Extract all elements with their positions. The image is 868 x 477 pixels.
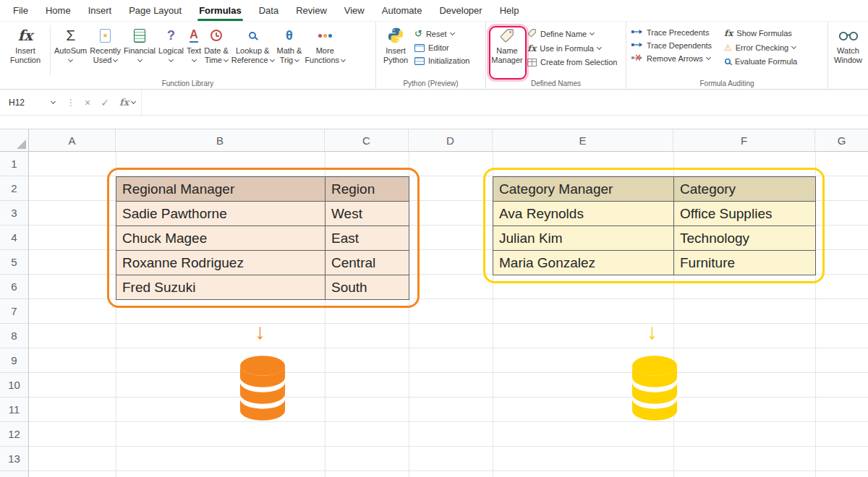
row-header-9[interactable]: 9 (0, 348, 28, 373)
menu-bar: File Home Insert Page Layout Formulas Da… (0, 0, 868, 22)
row-header-13[interactable]: 13 (0, 447, 28, 471)
cell-c6[interactable]: South (326, 275, 409, 300)
menu-review[interactable]: Review (287, 0, 336, 21)
trace-dependents-button[interactable]: Trace Dependents (629, 40, 722, 51)
editor-button[interactable]: Editor (412, 43, 472, 53)
menu-formulas[interactable]: Formulas (190, 0, 250, 21)
logical-button[interactable]: ? Logical (157, 24, 185, 67)
cell-f4[interactable]: Technology (674, 226, 816, 251)
column-header-f[interactable]: F (673, 129, 815, 151)
cell-e5[interactable]: Maria Gonzalez (493, 251, 674, 275)
show-formulas-button[interactable]: fx Show Formulas (722, 27, 799, 39)
menu-insert[interactable]: Insert (80, 0, 121, 21)
cell-b4[interactable]: Chuck Magee (116, 226, 326, 251)
row-header-3[interactable]: 3 (0, 201, 28, 225)
label: Reference (231, 56, 268, 65)
name-box[interactable]: H12 (0, 98, 62, 108)
warning-icon: ⚠ (724, 43, 732, 53)
name-box-resize-handle[interactable]: ⋮ (62, 98, 80, 108)
formula-input[interactable] (141, 90, 868, 115)
excel-window: File Home Insert Page Layout Formulas Da… (0, 0, 868, 477)
editor-window-icon (414, 44, 425, 52)
cell-f2[interactable]: Category (674, 177, 816, 202)
date-time-button[interactable]: Date & Time (203, 24, 230, 67)
row-header-1[interactable]: 1 (0, 152, 28, 176)
row-header-10[interactable]: 10 (0, 373, 28, 398)
trace-precedents-button[interactable]: Trace Precedents (629, 27, 722, 38)
error-checking-button[interactable]: ⚠ Error Checking (722, 42, 799, 53)
row-header-2[interactable]: 2 (0, 176, 28, 201)
group-defined-names: Name Manager Define Name fx Use in Formu… (486, 22, 626, 89)
menu-automate[interactable]: Automate (373, 0, 431, 21)
column-header-a[interactable]: A (29, 129, 116, 151)
label: Functions (305, 56, 339, 65)
enter-icon[interactable]: ✓ (95, 97, 114, 108)
column-header-g[interactable]: G (815, 129, 868, 151)
cell-b2[interactable]: Regional Manager (116, 177, 326, 202)
chevron-down-icon (68, 56, 73, 61)
cell-e2[interactable]: Category Manager (493, 177, 674, 202)
formula-bar: H12 ⋮ × ✓ fx (0, 90, 868, 116)
cell-c5[interactable]: Central (326, 251, 409, 275)
label: Lookup & (236, 46, 269, 56)
cancel-icon[interactable]: × (80, 97, 95, 108)
use-in-formula-button[interactable]: fx Use in Formula (525, 43, 619, 54)
cell-c2[interactable]: Region (326, 177, 409, 202)
cell-b6[interactable]: Fred Suzuki (116, 275, 326, 300)
chevron-down-icon (131, 98, 136, 103)
select-all-corner[interactable] (0, 129, 29, 151)
row-header-7[interactable]: 7 (0, 299, 28, 324)
remove-arrows-button[interactable]: Remove Arrows (629, 53, 722, 64)
cell-c4[interactable]: East (326, 226, 409, 251)
menu-developer[interactable]: Developer (430, 0, 490, 21)
row-header-5[interactable]: 5 (0, 250, 28, 275)
cell-c3[interactable]: West (326, 202, 409, 226)
menu-file[interactable]: File (4, 0, 37, 21)
cell-b3[interactable]: Sadie Pawthorne (116, 202, 326, 226)
tag-icon (527, 28, 537, 39)
column-header-b[interactable]: B (116, 129, 325, 151)
column-header-d[interactable]: D (409, 129, 493, 151)
insert-function-button[interactable]: fx Insert Function (3, 24, 48, 67)
row-header-11[interactable]: 11 (0, 398, 28, 422)
row-header-12[interactable]: 12 (0, 422, 28, 447)
column-header-e[interactable]: E (493, 129, 673, 151)
label: Function (10, 56, 41, 65)
cell-f3[interactable]: Office Supplies (674, 202, 816, 226)
label: Define Name (540, 30, 587, 38)
math-trig-button[interactable]: θ Math & Trig (276, 24, 304, 67)
reset-button[interactable]: ↺ Reset (412, 27, 472, 40)
name-manager-button[interactable]: Name Manager (489, 24, 525, 67)
row-header-4[interactable]: 4 (0, 225, 28, 250)
insert-python-button[interactable]: Insert Python (379, 24, 412, 67)
financial-button[interactable]: Financial (122, 24, 157, 67)
autosum-button[interactable]: Σ AutoSum (53, 24, 88, 67)
menu-page-layout[interactable]: Page Layout (120, 0, 190, 21)
label: Logical (158, 46, 184, 56)
cell-e4[interactable]: Julian Kim (493, 226, 674, 251)
cell-f5[interactable]: Furniture (674, 251, 816, 275)
more-functions-button[interactable]: More Functions (303, 24, 346, 67)
menu-home[interactable]: Home (37, 0, 80, 21)
yellow-down-arrow-icon: ↓ (647, 321, 658, 343)
lookup-reference-button[interactable]: Lookup & Reference (230, 24, 276, 67)
menu-view[interactable]: View (336, 0, 373, 21)
label: Error Checking (736, 43, 788, 52)
insert-function-fx-icon[interactable]: fx (114, 97, 132, 108)
row-header-6[interactable]: 6 (0, 275, 28, 299)
create-from-selection-button[interactable]: Create from Selection (525, 57, 619, 67)
initialization-button[interactable]: Initialization (412, 56, 472, 66)
orange-database-icon (239, 354, 286, 422)
row-header-8[interactable]: 8 (0, 324, 28, 348)
cell-b5[interactable]: Roxanne Rodriguez (116, 251, 326, 275)
recently-used-button[interactable]: ★ Recently Used (88, 24, 122, 67)
evaluate-formula-button[interactable]: Evaluate Formula (722, 56, 799, 66)
column-header-c[interactable]: C (325, 129, 409, 151)
watch-window-button[interactable]: Watch Window (833, 24, 864, 67)
define-name-button[interactable]: Define Name (525, 27, 619, 40)
recently-used-icon: ★ (100, 29, 111, 43)
menu-help[interactable]: Help (491, 0, 528, 21)
cell-e3[interactable]: Ava Reynolds (493, 202, 674, 226)
text-button[interactable]: A Text (185, 24, 203, 67)
menu-data[interactable]: Data (250, 0, 287, 21)
